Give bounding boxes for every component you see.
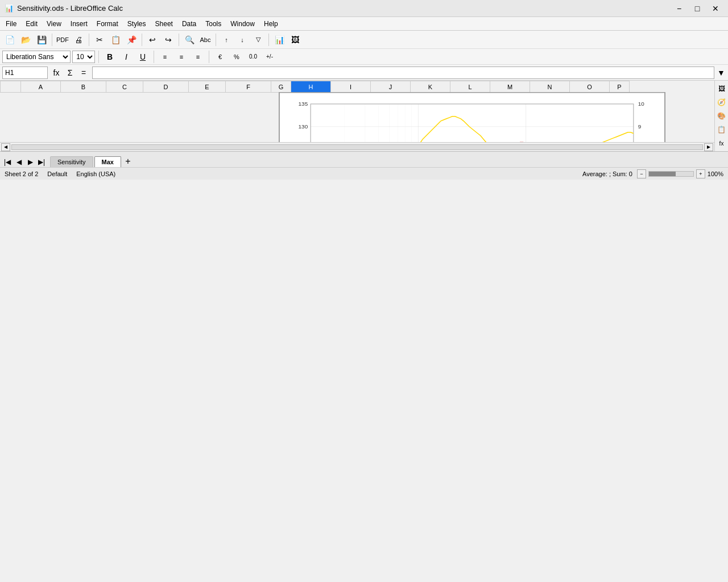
- cut-btn[interactable]: ✂: [92, 32, 107, 47]
- scroll-thumb[interactable]: [11, 144, 703, 150]
- redo-btn[interactable]: ↪: [161, 32, 176, 47]
- cell-reference-input[interactable]: [2, 66, 48, 79]
- align-left-btn[interactable]: ≡: [158, 49, 172, 64]
- font-name-select[interactable]: Liberation Sans: [2, 51, 71, 63]
- horizontal-scrollbar[interactable]: ◀ ▶: [0, 142, 714, 151]
- zoom-slider[interactable]: [648, 171, 694, 177]
- col-header-L[interactable]: L: [450, 81, 490, 93]
- add-sheet-btn[interactable]: +: [122, 156, 134, 167]
- zoom-in-btn[interactable]: +: [696, 169, 705, 178]
- undo-btn[interactable]: ↩: [145, 32, 160, 47]
- col-header-I[interactable]: I: [331, 81, 371, 93]
- language: English (USA): [76, 171, 115, 177]
- filter-btn[interactable]: ▽: [251, 32, 266, 47]
- expand-formula-btn[interactable]: ▼: [717, 66, 726, 79]
- tab-next-btn[interactable]: ▶: [25, 157, 35, 167]
- col-header-G[interactable]: G: [271, 81, 291, 93]
- paste-btn[interactable]: 📌: [124, 32, 139, 47]
- maximize-button[interactable]: □: [689, 2, 705, 15]
- formula-input[interactable]: [92, 66, 714, 79]
- menu-tools[interactable]: Tools: [201, 18, 226, 30]
- status-right: Average: ; Sum: 0 − + 100%: [582, 169, 723, 178]
- currency-btn[interactable]: €: [213, 49, 228, 64]
- scroll-left-btn[interactable]: ◀: [1, 143, 10, 151]
- scroll-right-btn[interactable]: ▶: [704, 143, 713, 151]
- col-header-O[interactable]: O: [570, 81, 610, 93]
- print-btn[interactable]: 🖨: [71, 32, 86, 47]
- menu-data[interactable]: Data: [177, 18, 201, 30]
- tab-prev-btn[interactable]: ◀: [14, 157, 24, 167]
- col-header-N[interactable]: N: [530, 81, 570, 93]
- image-btn[interactable]: 🖼: [288, 32, 303, 47]
- zoom-controls: − + 100%: [637, 169, 723, 178]
- minimize-button[interactable]: −: [671, 2, 687, 15]
- sort-asc-btn[interactable]: ↑: [219, 32, 234, 47]
- zoom-out-btn[interactable]: −: [637, 169, 646, 178]
- sidebar-styles-btn[interactable]: 🎨: [716, 110, 727, 122]
- svg-text:135: 135: [299, 101, 308, 107]
- menu-insert[interactable]: Insert: [66, 18, 92, 30]
- save-btn[interactable]: 💾: [34, 32, 49, 47]
- sum-btn[interactable]: Σ: [64, 66, 76, 79]
- menu-edit[interactable]: Edit: [21, 18, 42, 30]
- page-style: Default: [47, 171, 67, 177]
- menu-window[interactable]: Window: [226, 18, 259, 30]
- font-size-select[interactable]: 10: [72, 51, 95, 63]
- grid-scroll[interactable]: A B C D E F G H I J K L M: [0, 81, 714, 142]
- font-toolbar: Liberation Sans 10 B I U ≡ ≡ ≡ € % 0.0 +…: [0, 49, 728, 65]
- sidebar-properties-btn[interactable]: 📋: [716, 124, 727, 135]
- sep-num: [209, 51, 209, 63]
- menu-sheet[interactable]: Sheet: [151, 18, 177, 30]
- menu-help[interactable]: Help: [259, 18, 283, 30]
- col-header-J[interactable]: J: [371, 81, 411, 93]
- open-btn[interactable]: 📂: [18, 32, 33, 47]
- align-center-btn[interactable]: ≡: [174, 49, 189, 64]
- number-btn[interactable]: 0.0: [246, 49, 260, 64]
- col-header-F[interactable]: F: [226, 81, 271, 93]
- function-wizard-btn[interactable]: fx: [50, 66, 63, 79]
- col-header-M[interactable]: M: [490, 81, 530, 93]
- menu-view[interactable]: View: [42, 18, 66, 30]
- menu-file[interactable]: File: [1, 18, 21, 30]
- col-header-B[interactable]: B: [61, 81, 106, 93]
- column-header-row: A B C D E F G H I J K L M: [1, 81, 630, 93]
- sidebar-gallery-btn[interactable]: 🖼: [716, 83, 727, 94]
- copy-btn[interactable]: 📋: [108, 32, 123, 47]
- tab-sensitivity[interactable]: Sensitivity: [50, 156, 93, 167]
- sidebar-navigator-btn[interactable]: 🧭: [716, 97, 727, 108]
- menu-format[interactable]: Format: [92, 18, 123, 30]
- tab-max[interactable]: Max: [94, 156, 121, 167]
- italic-btn[interactable]: I: [119, 49, 134, 64]
- menu-styles[interactable]: Styles: [123, 18, 151, 30]
- col-header-K[interactable]: K: [411, 81, 450, 93]
- tab-last-btn[interactable]: ▶|: [36, 157, 47, 167]
- underline-btn[interactable]: U: [135, 49, 150, 64]
- tab-first-btn[interactable]: |◀: [2, 157, 13, 167]
- title-text: Sensitivity.ods - LibreOffice Calc: [17, 4, 123, 13]
- formula-equal-btn[interactable]: =: [77, 66, 90, 79]
- align-right-btn[interactable]: ≡: [191, 49, 205, 64]
- col-header-H[interactable]: H: [291, 81, 331, 93]
- formula-bar: fx Σ = ▼: [0, 65, 728, 81]
- svg-text:130: 130: [299, 123, 308, 130]
- sort-desc-btn[interactable]: ↓: [235, 32, 250, 47]
- chart-btn[interactable]: 📊: [272, 32, 287, 47]
- sidebar-functions-btn[interactable]: fx: [716, 138, 727, 149]
- new-btn[interactable]: 📄: [2, 32, 17, 47]
- inc-dec-btn[interactable]: +/-: [262, 49, 277, 64]
- col-header-C[interactable]: C: [106, 81, 143, 93]
- stats: Average: ; Sum: 0: [582, 171, 632, 177]
- pdf-btn[interactable]: PDF: [55, 32, 70, 47]
- col-header-D[interactable]: D: [143, 81, 189, 93]
- find-btn[interactable]: 🔍: [182, 32, 197, 47]
- percent-btn[interactable]: %: [229, 49, 244, 64]
- col-header-A[interactable]: A: [21, 81, 61, 93]
- bold-btn[interactable]: B: [102, 49, 117, 64]
- close-button[interactable]: ✕: [708, 2, 723, 15]
- menu-bar: File Edit View Insert Format Styles Shee…: [0, 17, 728, 31]
- spell-btn[interactable]: Abc: [198, 32, 213, 47]
- status-bar: Sheet 2 of 2 Default English (USA) Avera…: [0, 167, 728, 180]
- col-header-E[interactable]: E: [189, 81, 226, 93]
- col-header-P[interactable]: P: [610, 81, 630, 93]
- app-icon: 📊: [5, 4, 14, 13]
